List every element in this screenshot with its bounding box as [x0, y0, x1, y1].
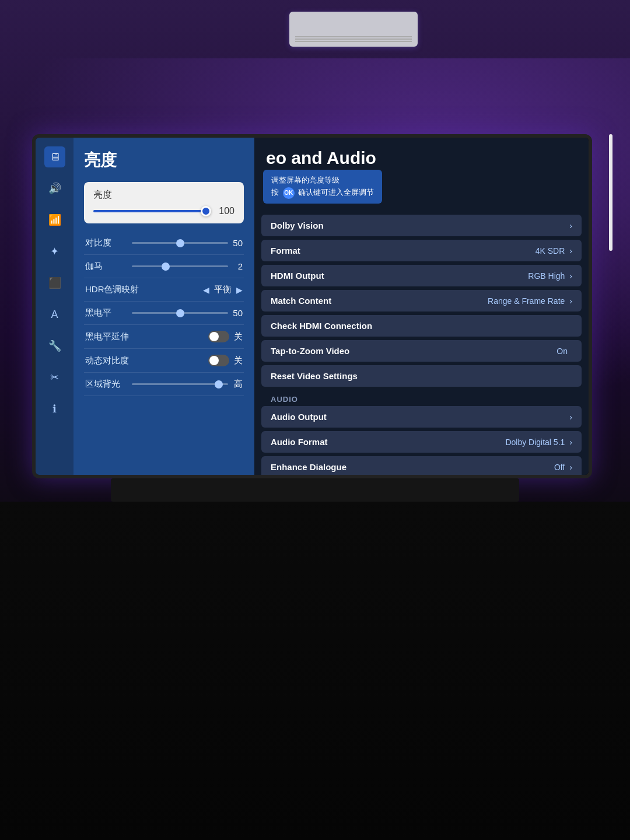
black-extension-label: 黑电平延伸	[85, 331, 208, 342]
brightness-fill	[93, 210, 211, 212]
floor-area	[0, 502, 630, 840]
tooltip-line2-suffix: 确认键可进入全屏调节	[298, 188, 374, 197]
black-level-slider-area[interactable]	[132, 312, 228, 314]
local-dimming-slider-area[interactable]	[132, 383, 228, 385]
local-dimming-thumb	[215, 380, 223, 388]
dynamic-contrast-label: 动态对比度	[85, 355, 208, 366]
gamma-value: 2	[228, 261, 243, 271]
format-chevron: ›	[569, 246, 572, 256]
menu-list: Dolby Vision › Format 4K SDR › HDMI Outp…	[254, 210, 589, 475]
right-panel: eo and Audio 调整屏幕的亮度等级 按 OK 确认键可进入全屏调节 D…	[254, 138, 589, 475]
tooltip-line2-prefix: 按	[271, 188, 279, 197]
ac-unit	[289, 12, 418, 47]
menu-item-audio-output[interactable]: Audio Output ›	[261, 406, 582, 428]
audio-output-chevron: ›	[569, 412, 572, 422]
gamma-thumb	[162, 262, 170, 271]
gamma-label: 伽马	[85, 261, 132, 272]
cable	[609, 134, 612, 251]
hdr-value: 平衡	[214, 284, 232, 295]
tooltip-overlay: 调整屏幕的亮度等级 按 OK 确认键可进入全屏调节	[263, 170, 382, 204]
brightness-value: 100	[217, 206, 235, 216]
sidebar-icon-display[interactable]: 🖥	[44, 146, 65, 167]
menu-item-audio-format[interactable]: Audio Format Dolby Digital 5.1 ›	[261, 431, 582, 453]
black-extension-toggle[interactable]	[208, 331, 229, 342]
sidebar-icon-volume[interactable]: 🔊	[44, 178, 65, 199]
sidebar-icon-settings[interactable]: 🔧	[44, 335, 65, 356]
hdr-left-arrow[interactable]: ◀	[203, 285, 209, 295]
contrast-track[interactable]	[132, 242, 228, 244]
dynamic-contrast-toggle[interactable]	[208, 355, 229, 366]
sidebar-icon-bluetooth[interactable]: ✦	[44, 241, 65, 262]
hdr-controls: ◀ 平衡 ▶	[203, 284, 243, 295]
audio-output-label: Audio Output	[271, 412, 569, 422]
black-extension-row: 黑电平延伸 关	[84, 325, 244, 349]
hdr-row: HDR色调映射 ◀ 平衡 ▶	[84, 278, 244, 302]
enhance-dialogue-chevron: ›	[569, 463, 572, 472]
audio-section-header: AUDIO	[261, 390, 582, 406]
dolby-vision-chevron: ›	[569, 221, 572, 230]
local-dimming-row: 区域背光 高	[84, 373, 244, 396]
tooltip-line2: 按 OK 确认键可进入全屏调节	[271, 187, 374, 199]
ok-button-indicator: OK	[283, 187, 295, 199]
audio-format-label: Audio Format	[271, 437, 505, 447]
local-dimming-track[interactable]	[132, 383, 228, 385]
hdr-right-arrow[interactable]: ▶	[236, 285, 243, 295]
sidebar-icon-input[interactable]: ⬛	[44, 272, 65, 293]
tv-stand	[111, 478, 519, 502]
dolby-vision-label: Dolby Vision	[271, 220, 569, 230]
brightness-slider-row: 100	[93, 206, 235, 216]
left-panel: 亮度 亮度 100 对比度	[74, 138, 254, 475]
menu-item-format[interactable]: Format 4K SDR ›	[261, 240, 582, 261]
black-extension-value: 关	[234, 331, 243, 342]
match-content-value: Range & Frame Rate	[488, 296, 565, 306]
hdmi-output-value: RGB High	[528, 271, 565, 281]
sidebar-icon-ai[interactable]: A	[44, 304, 65, 325]
sidebar-icon-accessibility[interactable]: ✂	[44, 367, 65, 388]
sidebar-icon-info[interactable]: ℹ	[44, 398, 65, 419]
enhance-dialogue-value: Off	[554, 463, 565, 472]
contrast-thumb	[176, 239, 184, 247]
menu-item-reset-video[interactable]: Reset Video Settings	[261, 365, 582, 387]
enhance-dialogue-label: Enhance Dialogue	[271, 462, 554, 472]
tooltip-line1: 调整屏幕的亮度等级	[271, 174, 374, 187]
brightness-thumb	[201, 206, 211, 216]
sidebar: 🖥 🔊 📶 ✦ ⬛ A 🔧 ✂ ℹ	[36, 138, 74, 475]
tv-screen: 🖥 🔊 📶 ✦ ⬛ A 🔧 ✂ ℹ 亮度 亮度 100	[36, 138, 589, 475]
contrast-row: 对比度 50	[84, 232, 244, 255]
match-content-chevron: ›	[569, 296, 572, 306]
gamma-slider-area[interactable]	[132, 265, 228, 267]
brightness-card[interactable]: 亮度 100	[84, 182, 244, 223]
menu-item-check-hdmi[interactable]: Check HDMI Connection	[261, 315, 582, 337]
tv-frame: 🖥 🔊 📶 ✦ ⬛ A 🔧 ✂ ℹ 亮度 亮度 100	[32, 134, 592, 478]
dynamic-contrast-value: 关	[234, 355, 243, 366]
brightness-track[interactable]	[93, 210, 211, 212]
tap-zoom-value: On	[556, 346, 568, 356]
match-content-label: Match Content	[271, 296, 488, 306]
menu-item-hdmi-output[interactable]: HDMI Output RGB High ›	[261, 265, 582, 286]
menu-item-dolby-vision[interactable]: Dolby Vision ›	[261, 215, 582, 236]
black-level-track[interactable]	[132, 312, 228, 314]
sidebar-icon-wifi[interactable]: 📶	[44, 209, 65, 230]
black-level-thumb	[176, 309, 184, 317]
dynamic-contrast-row: 动态对比度 关	[84, 349, 244, 373]
contrast-slider-area[interactable]	[132, 242, 228, 244]
menu-item-tap-zoom[interactable]: Tap-to-Zoom Video On	[261, 340, 582, 362]
hdr-label: HDR色调映射	[85, 284, 203, 295]
gamma-track[interactable]	[132, 265, 228, 267]
black-level-label: 黑电平	[85, 307, 132, 318]
audio-format-value: Dolby Digital 5.1	[505, 438, 565, 447]
menu-item-enhance-dialogue[interactable]: Enhance Dialogue Off ›	[261, 456, 582, 475]
black-level-row: 黑电平 50	[84, 302, 244, 325]
format-value: 4K SDR	[536, 246, 565, 256]
check-hdmi-label: Check HDMI Connection	[271, 321, 572, 331]
local-dimming-value: 高	[228, 379, 243, 390]
hdmi-output-label: HDMI Output	[271, 271, 528, 281]
menu-item-match-content[interactable]: Match Content Range & Frame Rate ›	[261, 290, 582, 312]
local-dimming-label: 区域背光	[85, 379, 132, 390]
audio-format-chevron: ›	[569, 438, 572, 447]
black-extension-knob	[209, 332, 219, 341]
dynamic-contrast-knob	[209, 356, 219, 365]
black-level-value: 50	[228, 308, 243, 318]
contrast-value: 50	[228, 238, 243, 248]
hdmi-output-chevron: ›	[569, 271, 572, 281]
